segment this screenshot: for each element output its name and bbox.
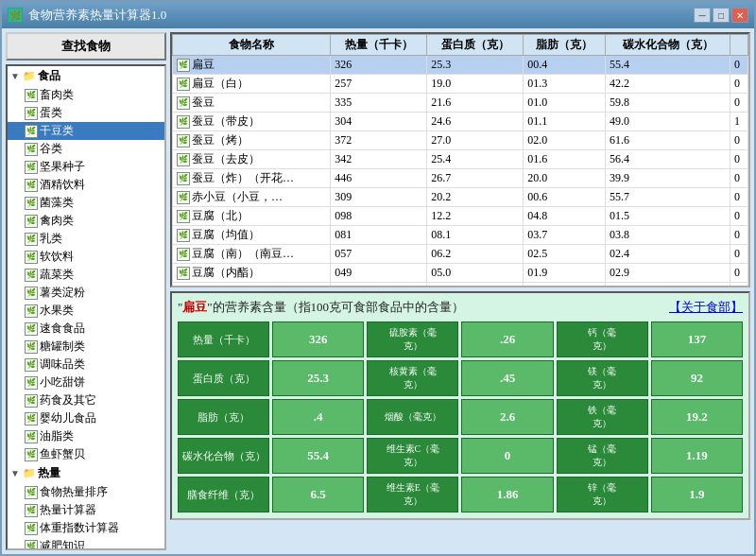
table-row[interactable]: 🌿 豆腐（南）（南豆…05706.202.502.40: [173, 245, 748, 264]
tree-node-grains[interactable]: 🌿谷类: [8, 140, 164, 158]
food-extra-cell: 0: [730, 169, 748, 188]
tree-label: 药食及其它: [40, 392, 96, 408]
search-food-button[interactable]: 查找食物: [6, 32, 166, 61]
nut-value-3-3: 0: [461, 438, 553, 474]
tree-node-starch[interactable]: 🌿薯类淀粉: [8, 284, 164, 302]
table-row[interactable]: 🌿 豆腐（北）09812.204.801.50: [173, 207, 748, 226]
tree-node-drinks[interactable]: 🌿软饮料: [8, 248, 164, 266]
tree-node-fruits[interactable]: 🌿水果类: [8, 302, 164, 320]
food-table-container[interactable]: 食物名称热量（千卡）蛋白质（克）脂肪（克）碳水化合物（克）🌿 扁豆32625.3…: [170, 32, 750, 287]
nut-value-4-5: 1.9: [651, 477, 743, 513]
tree-node-alcohol[interactable]: 🌿酒精饮料: [8, 176, 164, 194]
nut-label-2-4: 铁（毫 克）: [557, 399, 648, 435]
nut-label-1-0: 蛋白质（克）: [178, 360, 269, 396]
col-header-4: 碳水化合物（克）: [605, 35, 730, 56]
food-fat-cell: 03.7: [524, 226, 606, 245]
food-name-cell: 🌿 豆腐（均值）: [173, 226, 331, 245]
nutrition-panel: "扁豆"的营养素含量（指100克可食部食品中的含量） 【关于食部】 热量（千卡）…: [170, 291, 750, 520]
table-row[interactable]: 🌿 豆腐（均值）08108.103.703.80: [173, 226, 748, 245]
food-protein-cell: 27.0: [427, 131, 524, 150]
tree-node-dairy[interactable]: 🌿乳类: [8, 230, 164, 248]
food-carbs-cell: 55.4: [605, 56, 730, 75]
tree-node-eggs[interactable]: 🌿蛋类: [8, 104, 164, 122]
tree-node-nuts[interactable]: 🌿坚果种子: [8, 158, 164, 176]
tree-node-seasoning[interactable]: 🌿调味品类: [8, 356, 164, 374]
food-calories-cell: 326: [331, 56, 427, 75]
close-button[interactable]: ✕: [731, 8, 748, 23]
tree-node-snack[interactable]: 🌿小吃甜饼: [8, 374, 164, 391]
food-fat-cell: 01.6: [524, 150, 606, 169]
tree-node-paste[interactable]: 🌿糖罐制类: [8, 338, 164, 356]
table-row[interactable]: 🌿 豆腐（内酯）04905.001.902.90: [173, 264, 748, 283]
nut-value-3-1: 55.4: [272, 438, 364, 474]
food-extra-cell: 0: [730, 283, 748, 288]
nut-value-0-3: .26: [461, 321, 553, 357]
tree-node-oil[interactable]: 🌿油脂类: [8, 427, 164, 445]
food-item-icon: 🌿: [177, 96, 190, 110]
nut-value-1-5: 92: [651, 360, 743, 396]
food-fat-cell: 04.8: [524, 207, 606, 226]
col-header-2: 蛋白质（克）: [427, 35, 524, 56]
table-row[interactable]: 🌿 豆腐乳（红方）13613.407.104.70: [173, 283, 748, 288]
food-extra-cell: 0: [730, 75, 748, 94]
food-name-cell: 🌿 蚕豆: [173, 94, 331, 113]
tree-node-food[interactable]: ▼📁食品: [8, 66, 164, 86]
tree-label: 糖罐制类: [40, 339, 85, 355]
table-row[interactable]: 🌿 蚕豆33521.601.059.80: [173, 94, 748, 113]
tree-node-beans[interactable]: 🌿干豆类: [8, 122, 164, 140]
nut-value-4-3: 1.86: [461, 477, 553, 513]
tree-label: 坚果种子: [40, 159, 85, 175]
folder-icon: 📁: [23, 70, 36, 82]
nut-label-4-0: 膳食纤维（克）: [178, 477, 269, 513]
nut-value-2-5: 19.2: [651, 399, 743, 435]
nut-label-1-4: 镁（毫 克）: [557, 360, 648, 396]
table-row[interactable]: 🌿 蚕豆（炸）（开花…44626.720.039.90: [173, 169, 748, 188]
food-name-cell: 🌿 扁豆: [173, 56, 331, 75]
food-icon: 🌿: [25, 107, 38, 120]
maximize-button[interactable]: □: [713, 8, 730, 23]
tree-node-baby[interactable]: 🌿婴幼儿食品: [8, 409, 164, 427]
tree-node-fast[interactable]: 🌿速食食品: [8, 320, 164, 338]
food-protein-cell: 08.1: [427, 226, 524, 245]
food-icon: 🌿: [25, 125, 38, 138]
food-carbs-cell: 04.7: [605, 283, 730, 288]
tree-node-diet[interactable]: 🌿减肥知识: [8, 537, 164, 550]
food-name-cell: 🌿 豆腐（北）: [173, 207, 331, 226]
table-row[interactable]: 🌿 扁豆（白）25719.001.342.20: [173, 75, 748, 94]
col-header-3: 脂肪（克）: [524, 35, 606, 56]
food-item-icon: 🌿: [177, 59, 190, 72]
table-row[interactable]: 🌿 蚕豆（烤）37227.002.061.60: [173, 131, 748, 150]
left-panel: 查找食物 ▼📁食品🌿畜肉类🌿蛋类🌿干豆类🌿谷类🌿坚果种子🌿酒精饮料🌿菌藻类🌿禽肉…: [6, 32, 166, 550]
table-row[interactable]: 🌿 扁豆32625.300.455.40: [173, 56, 748, 75]
tree-node-bmi[interactable]: 🌿体重指数计算器: [8, 519, 164, 537]
window-controls: ─ □ ✕: [694, 8, 748, 23]
tree-label: 水果类: [40, 303, 74, 319]
food-protein-cell: 12.2: [427, 207, 524, 226]
food-tree[interactable]: ▼📁食品🌿畜肉类🌿蛋类🌿干豆类🌿谷类🌿坚果种子🌿酒精饮料🌿菌藻类🌿禽肉类🌿乳类🌿…: [6, 64, 166, 550]
table-row[interactable]: 🌿 赤小豆（小豆，…30920.200.655.70: [173, 188, 748, 207]
tree-node-mushroom[interactable]: 🌿菌藻类: [8, 194, 164, 212]
food-carbs-cell: 49.0: [605, 113, 730, 131]
tree-label: 热量: [38, 465, 60, 481]
tree-label: 干豆类: [40, 123, 74, 139]
minimize-button[interactable]: ─: [694, 8, 711, 23]
nut-value-1-1: 25.3: [272, 360, 364, 396]
tree-node-veggies[interactable]: 🌿蔬菜类: [8, 266, 164, 284]
tree-node-meat[interactable]: 🌿畜肉类: [8, 86, 164, 104]
tree-node-shrimp[interactable]: 🌿鱼虾蟹贝: [8, 445, 164, 463]
table-row[interactable]: 🌿 蚕豆（去皮）34225.401.656.40: [173, 150, 748, 169]
tree-node-medicine[interactable]: 🌿药食及其它: [8, 391, 164, 409]
food-carbs-cell: 39.9: [605, 169, 730, 188]
food-name-cell: 🌿 蚕豆（烤）: [173, 131, 331, 150]
tree-node-seafood[interactable]: 🌿禽肉类: [8, 212, 164, 230]
food-icon: 🌿: [25, 412, 38, 426]
title-bar: 🌿 食物营养素热量计算器1.0 ─ □ ✕: [2, 2, 754, 28]
expand-icon: ▼: [9, 468, 21, 478]
nut-value-4-1: 6.5: [272, 477, 364, 513]
tree-node-heat-calc[interactable]: 🌿热量计算器: [8, 501, 164, 519]
food-calories-cell: 136: [331, 283, 427, 288]
table-row[interactable]: 🌿 蚕豆（带皮）30424.601.149.01: [173, 113, 748, 131]
about-food-link[interactable]: 【关于食部】: [669, 299, 743, 316]
tree-node-heat[interactable]: ▼📁热量: [8, 463, 164, 483]
tree-node-food-rank[interactable]: 🌿食物热量排序: [8, 483, 164, 501]
